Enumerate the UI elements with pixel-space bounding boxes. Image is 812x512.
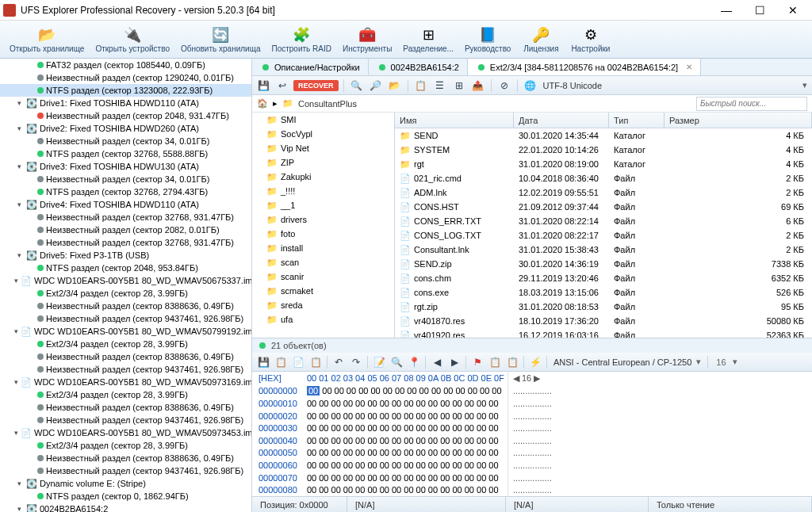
folder-item[interactable]: 📁__1 (252, 198, 394, 212)
file-row[interactable]: 📄ADM.lnk12.02.2019 09:55:51Файл2 КБ (395, 185, 812, 200)
tree-row[interactable]: Неизвестный раздел (сектор 2082, 0.01ГБ) (0, 224, 251, 236)
minimize-button[interactable]: — (710, 2, 742, 19)
toolbar-button[interactable]: 🔌Открыть устройство (90, 24, 174, 55)
hx-icon[interactable]: 📋 (273, 354, 289, 370)
tree-row[interactable]: Ext2/3/4 раздел (сектор 28, 3.99ГБ) (0, 439, 251, 452)
tree-row[interactable]: Неизвестный раздел (сектор 34, 0.01ГБ) (0, 173, 251, 185)
file-list-header[interactable]: Имя Дата Тип Размер (395, 113, 812, 128)
file-list[interactable]: 📁SEND30.01.2020 14:35:44Каталог4 КБ📁SYST… (395, 128, 812, 338)
hx-icon[interactable]: ◀ (429, 354, 445, 370)
hx-icon[interactable]: 📍 (406, 354, 422, 370)
tree-row[interactable]: Неизвестный раздел (сектор 8388636, 0.49… (0, 452, 251, 464)
toolbar-button[interactable]: 📂Открыть хранилище (5, 24, 89, 55)
folder-item[interactable]: 📁Vip Net (252, 141, 394, 155)
tab[interactable]: Ext2/3/4 [384-5811208576 на 0024B2BA6154… (468, 59, 701, 75)
recover-button[interactable]: RECOVER (293, 80, 339, 91)
col-type[interactable]: Тип (609, 113, 665, 128)
folder-item[interactable]: 📁_!!!! (252, 184, 394, 198)
tb-icon[interactable]: 📤 (470, 78, 486, 94)
tree-row[interactable]: Неизвестный раздел (сектор 8388636, 0.49… (0, 350, 251, 363)
tab-close-icon[interactable]: ✕ (686, 63, 692, 71)
tb-icon[interactable]: 🔎 (368, 78, 384, 94)
file-row[interactable]: 📄CONS.HST21.09.2012 09:37:44Файл69 КБ (395, 200, 812, 214)
folder-item[interactable]: 📁SMI (252, 113, 394, 127)
hx-icon[interactable]: ↶ (331, 354, 347, 370)
toolbar-button[interactable]: 🔑Лицензия (517, 24, 565, 55)
toolbar-button[interactable]: 🧰Инструменты (338, 24, 396, 55)
tree-row[interactable]: ▾📄WDC WD10EARS-00Y5B1 80_WD_WMAV50799192… (0, 325, 251, 338)
hx-icon[interactable]: 📋 (504, 354, 520, 370)
col-date[interactable]: Дата (514, 113, 609, 128)
tree-row[interactable]: Ext2/3/4 раздел (сектор 28, 3.99ГБ) (0, 338, 251, 350)
folder-item[interactable]: 📁drivers (252, 212, 394, 227)
tb-icon[interactable]: ⊞ (451, 78, 467, 94)
close-button[interactable]: ✕ (777, 2, 809, 19)
folder-item[interactable]: 📁scan (252, 255, 394, 269)
search-input[interactable] (696, 97, 807, 111)
tab[interactable]: 0024B2BA6154:2 (369, 59, 468, 75)
tree-row[interactable]: NTFS раздел (сектор 32768, 5588.88ГБ) (0, 147, 251, 160)
tree-row[interactable]: Неизвестный раздел (сектор 9437461, 926.… (0, 414, 251, 426)
hx-icon[interactable]: ▶ (446, 354, 462, 370)
tree-row[interactable]: Неизвестный раздел (сектор 9437461, 926.… (0, 363, 251, 376)
hx-icon[interactable]: 💾 (255, 354, 271, 370)
file-row[interactable]: 📁SEND30.01.2020 14:35:44Каталог4 КБ (395, 128, 812, 143)
tree-row[interactable]: Неизвестный раздел (сектор 8388636, 0.49… (0, 300, 251, 312)
hx-icon[interactable]: ⚡ (527, 354, 543, 370)
file-row[interactable]: 📄rgt.zip31.01.2020 08:18:53Файл95 КБ (395, 300, 812, 314)
tree-row[interactable]: NTFS раздел (сектор 1323008, 222.93ГБ) (0, 84, 251, 97)
col-name[interactable]: Имя (395, 113, 514, 128)
hx-icon[interactable]: 📄 (290, 354, 306, 370)
toolbar-button[interactable]: 🔄Обновить хранилища (176, 24, 266, 55)
dropdown-icon[interactable]: ▾ (733, 357, 737, 367)
folder-item[interactable]: 📁sreda (252, 298, 394, 312)
tb-icon[interactable]: 🔍 (349, 78, 365, 94)
file-row[interactable]: 📁SYSTEM22.01.2020 10:14:26Каталог4 КБ (395, 143, 812, 157)
tb-icon[interactable]: ⊘ (496, 78, 512, 94)
folder-item[interactable]: 📁install (252, 241, 394, 255)
encoding-select[interactable]: UTF-8 Unicode (543, 81, 798, 90)
hx-icon[interactable]: 📋 (308, 354, 324, 370)
folder-item[interactable]: 📁ZIP (252, 155, 394, 170)
tb-icon[interactable]: 📂 (387, 78, 403, 94)
home-icon[interactable]: 🏠 (257, 98, 268, 109)
tree-row[interactable]: Неизвестный раздел (сектор 32768, 931.47… (0, 211, 251, 224)
file-row[interactable]: 📄Consultant.lnk31.01.2020 15:38:43Файл2 … (395, 243, 812, 257)
tree-row[interactable]: ▾💽Drive4: Fixed TOSHIBA HDWD110 (ATA) (0, 198, 251, 211)
tab[interactable]: Описание/Настройки (252, 59, 369, 75)
hx-icon[interactable]: 📋 (487, 354, 503, 370)
toolbar-button[interactable]: 🧩Построить RAID (266, 24, 336, 55)
folder-item[interactable]: 📁scanir (252, 269, 394, 284)
file-row[interactable]: 📄CONS_ERR.TXT31.01.2020 08:22:14Файл6 КБ (395, 214, 812, 228)
toolbar-button[interactable]: ⚙Настройки (566, 24, 615, 55)
toolbar-button[interactable]: 📘Руководство (460, 24, 515, 55)
maximize-button[interactable]: ☐ (744, 2, 776, 19)
tree-row[interactable]: NTFS раздел (сектор 32768, 2794.43ГБ) (0, 185, 251, 198)
hex-grid[interactable]: [HEX]00 01 02 03 04 05 06 07 08 09 0A 0B… (252, 372, 812, 496)
hx-icon[interactable]: ↷ (348, 354, 364, 370)
tree-row[interactable]: NTFS раздел (сектор 2048, 953.84ГБ) (0, 262, 251, 274)
tree-row[interactable]: ▾💽Drive2: Fixed TOSHIBA HDWD260 (ATA) (0, 122, 251, 135)
tree-row[interactable]: ▾💽0024B2BA6154:2 (0, 502, 251, 512)
hx-flag-icon[interactable]: ⚑ (469, 354, 485, 370)
tree-row[interactable]: Неизвестный раздел (сектор 8388636, 0.49… (0, 401, 251, 414)
dropdown-icon[interactable]: ▾ (696, 357, 701, 367)
tree-row[interactable]: NTFS раздел (сектор 0, 1862.94ГБ) (0, 490, 251, 502)
tree-row[interactable]: ▾📄WDC WD10EARS-00Y5B1 80_WD_WMAV50675337… (0, 274, 251, 287)
file-row[interactable]: 📄021_ric.cmd10.04.2018 08:36:40Файл2 КБ (395, 171, 812, 185)
tree-row[interactable]: Неизвестный раздел (сектор 2048, 931.47Г… (0, 109, 251, 122)
folder-item[interactable]: 📁ufa (252, 312, 394, 327)
save-icon[interactable]: 💾 (255, 78, 271, 94)
file-row[interactable]: 📁rgt31.01.2020 08:19:00Каталог4 КБ (395, 157, 812, 171)
file-row[interactable]: 📄SEND.zip30.01.2020 14:36:19Файл7338 КБ (395, 257, 812, 271)
tree-row[interactable]: Неизвестный раздел (сектор 1290240, 0.01… (0, 71, 251, 84)
tree-row[interactable]: ▾📄WDC WD10EARS-00Y5B1 80_WD_WMAV50973169… (0, 376, 251, 388)
tree-row[interactable]: ▾💽Drive5: Fixed P3-1TB (USB) (0, 249, 251, 262)
folder-tree[interactable]: 📁SMI📁SocVypl📁Vip Net📁ZIP📁Zakupki📁_!!!!📁_… (252, 113, 395, 338)
tb-icon[interactable]: 📋 (413, 78, 429, 94)
tree-row[interactable]: Неизвестный раздел (сектор 32768, 931.47… (0, 236, 251, 249)
tb-icon[interactable]: ☰ (432, 78, 448, 94)
dropdown-icon[interactable]: ▾ (801, 78, 809, 92)
tree-row[interactable]: ▾💽Drive1: Fixed TOSHIBA HDWD110 (ATA) (0, 97, 251, 109)
tree-row[interactable]: Неизвестный раздел (сектор 34, 0.01ГБ) (0, 135, 251, 147)
